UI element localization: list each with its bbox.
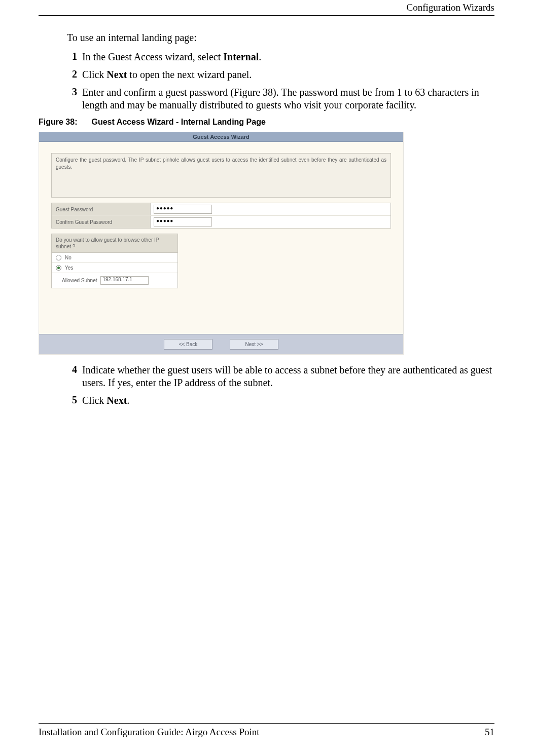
step-text: Click Next. bbox=[82, 394, 494, 407]
confirm-password-label: Confirm Guest Password bbox=[52, 216, 151, 228]
page-header: Configuration Wizards bbox=[39, 0, 494, 16]
guest-password-label: Guest Password bbox=[52, 203, 151, 215]
wizard-screenshot: Guest Access Wizard Configure the guest … bbox=[39, 132, 404, 355]
footer-page-number: 51 bbox=[485, 727, 494, 738]
step-text: Enter and confirm a guest password (Figu… bbox=[82, 86, 494, 111]
intro-text: To use an internal landing page: bbox=[67, 32, 494, 44]
radio-no-icon bbox=[56, 255, 61, 260]
step-item: 1In the Guest Access wizard, select Inte… bbox=[67, 51, 494, 63]
wizard-footer: << Back Next >> bbox=[39, 334, 403, 354]
figure-label: Figure 38: bbox=[39, 118, 77, 126]
step-number: 1 bbox=[69, 51, 82, 63]
footer-doc-title: Installation and Configuration Guide: Ai… bbox=[39, 727, 260, 738]
confirm-password-row: Confirm Guest Password ●●●●● bbox=[52, 216, 390, 228]
subnet-question: Do you want to allow guest to browse oth… bbox=[52, 234, 177, 253]
step-item: 4Indicate whether the guest users will b… bbox=[67, 364, 494, 389]
step-item: 3Enter and confirm a guest password (Fig… bbox=[67, 86, 494, 111]
allowed-subnet-row: Allowed Subnet 192.168.17.1 bbox=[52, 273, 177, 288]
steps-bottom: 4Indicate whether the guest users will b… bbox=[67, 364, 494, 407]
allowed-subnet-label: Allowed Subnet bbox=[62, 278, 97, 283]
header-section: Configuration Wizards bbox=[406, 2, 494, 13]
step-item: 5Click Next. bbox=[67, 394, 494, 407]
steps-top: 1In the Guest Access wizard, select Inte… bbox=[67, 51, 494, 111]
guest-password-input[interactable]: ●●●●● bbox=[154, 205, 212, 214]
step-item: 2Click Next to open the next wizard pane… bbox=[67, 68, 494, 81]
wizard-body: Configure the guest password. The IP sub… bbox=[39, 142, 403, 288]
step-number: 4 bbox=[69, 364, 82, 389]
radio-yes-icon bbox=[56, 265, 61, 271]
step-text: Click Next to open the next wizard panel… bbox=[82, 68, 494, 81]
page-footer: Installation and Configuration Guide: Ai… bbox=[39, 723, 494, 738]
step-text: Indicate whether the guest users will be… bbox=[82, 364, 494, 389]
subnet-option-yes[interactable]: Yes bbox=[52, 263, 177, 273]
option-yes-label: Yes bbox=[65, 265, 73, 271]
step-number: 3 bbox=[69, 86, 82, 111]
wizard-title: Guest Access Wizard bbox=[39, 132, 403, 142]
footer-rule bbox=[39, 723, 494, 724]
confirm-password-input[interactable]: ●●●●● bbox=[154, 217, 212, 226]
figure-title: Guest Access Wizard - Internal Landing P… bbox=[91, 118, 265, 126]
allowed-subnet-input[interactable]: 192.168.17.1 bbox=[100, 276, 149, 285]
subnet-option-no[interactable]: No bbox=[52, 253, 177, 263]
option-no-label: No bbox=[65, 255, 72, 260]
subnet-table: Do you want to allow guest to browse oth… bbox=[51, 234, 178, 288]
wizard-description: Configure the guest password. The IP sub… bbox=[51, 153, 391, 198]
guest-password-row: Guest Password ●●●●● bbox=[52, 203, 390, 216]
step-number: 5 bbox=[69, 394, 82, 407]
figure-caption: Figure 38:Guest Access Wizard - Internal… bbox=[39, 118, 494, 127]
step-text: In the Guest Access wizard, select Inter… bbox=[82, 51, 494, 63]
back-button[interactable]: << Back bbox=[164, 339, 212, 350]
next-button[interactable]: Next >> bbox=[230, 339, 278, 350]
password-table: Guest Password ●●●●● Confirm Guest Passw… bbox=[51, 203, 391, 229]
step-number: 2 bbox=[69, 68, 82, 81]
